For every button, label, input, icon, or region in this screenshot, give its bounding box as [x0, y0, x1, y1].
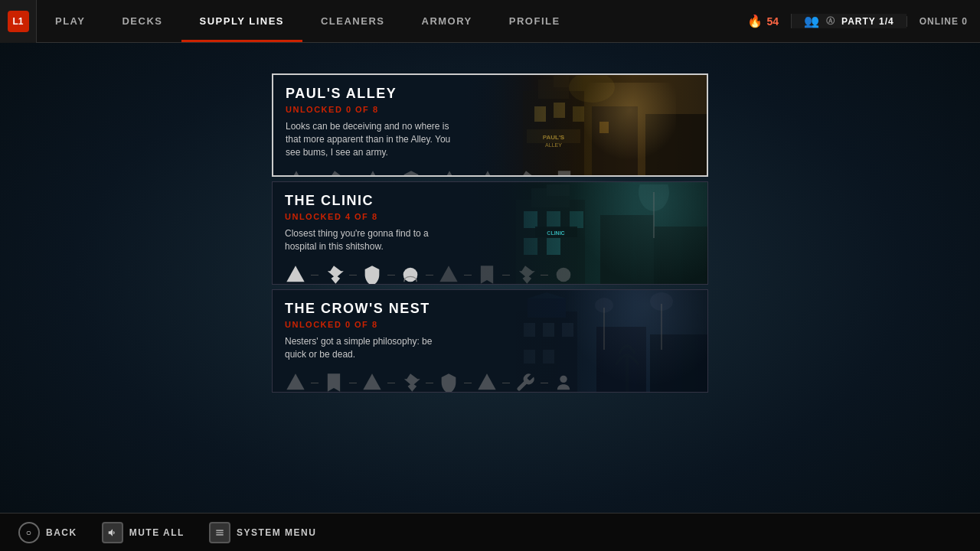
back-label: BACK: [46, 527, 77, 538]
crows-icon-2: [323, 370, 345, 393]
svg-rect-21: [654, 227, 707, 284]
supply-icon-2: [324, 168, 345, 177]
crows-icon-8: [553, 370, 574, 393]
supply-icon-5: [439, 168, 460, 177]
svg-point-33: [408, 269, 413, 275]
nav-items: PLAY DECKS SUPPLY LINES CLEANERS ARMORY …: [37, 0, 735, 42]
supply-icon-1: [286, 168, 307, 177]
logo-icon: L1: [8, 11, 29, 32]
nav-online: ONLINE 0: [906, 16, 980, 27]
supply-icon-3: [362, 168, 384, 177]
svg-rect-4: [645, 114, 707, 175]
svg-marker-16: [479, 171, 496, 177]
svg-point-53: [560, 375, 567, 382]
nav-item-play[interactable]: PLAY: [37, 0, 103, 42]
card-text-pauls: PAUL'S ALLEY UNLOCKED 0 OF 8 Looks can b…: [273, 75, 511, 175]
card-pauls-alley[interactable]: PAUL'S ALLEY PAUL'S ALLEY UNLOCKED 0 OF …: [272, 73, 708, 177]
fire-icon: 🔥: [747, 14, 763, 28]
crows-icon-5: [438, 370, 459, 393]
svg-point-47: [650, 292, 673, 311]
supply-icon-7: [515, 168, 537, 177]
system-menu-button-icon: [209, 522, 230, 543]
svg-marker-52: [478, 373, 495, 390]
card-unlocked-pauls: UNLOCKED 0 OF 8: [286, 105, 499, 114]
clinic-icon-1: [285, 262, 306, 285]
card-icons-clinic: — — — — —: [285, 256, 499, 285]
card-icons-pauls: — — — —: [286, 161, 499, 177]
card-text-clinic: THE CLINIC UNLOCKED 4 OF 8 Closest thing…: [273, 182, 511, 284]
crows-icon-4: [400, 370, 421, 393]
mute-label: MUTE ALL: [129, 527, 185, 538]
svg-marker-51: [363, 373, 381, 390]
crows-icon-3: [361, 370, 383, 393]
svg-point-29: [639, 184, 669, 211]
clinic-icon-7: [514, 262, 536, 285]
nav-item-supply-lines[interactable]: SUPPLY LINES: [181, 0, 302, 42]
card-title-crows: THE CROW'S NEST: [285, 301, 499, 317]
svg-marker-13: [287, 171, 305, 177]
svg-rect-39: [596, 327, 646, 392]
svg-point-35: [557, 267, 571, 282]
nav-item-cleaners[interactable]: CLEANERS: [302, 0, 403, 42]
card-desc-pauls: Looks can be deceiving and no where is t…: [286, 120, 454, 158]
crows-icon-6: [476, 370, 498, 393]
main-content: PAUL'S ALLEY PAUL'S ALLEY UNLOCKED 0 OF …: [0, 43, 980, 393]
card-desc-crows: Nesters' got a simple philosophy: be qui…: [285, 335, 453, 361]
card-desc-clinic: Closest thing you're gonna find to a hos…: [285, 227, 453, 253]
navbar: L1 PLAY DECKS SUPPLY LINES CLEANERS ARMO…: [0, 0, 980, 43]
svg-marker-14: [364, 171, 381, 177]
clinic-icon-5: [438, 262, 459, 285]
nav-item-armory[interactable]: ARMORY: [403, 0, 491, 42]
svg-marker-50: [286, 373, 304, 390]
clinic-icon-4: [400, 262, 421, 285]
footer: ○ BACK MUTE ALL SYSTEM MENU: [0, 513, 980, 551]
card-icons-crows: — — — — —: [285, 364, 499, 393]
back-button-icon: ○: [18, 522, 40, 543]
card-unlocked-crows: UNLOCKED 0 OF 8: [285, 320, 499, 329]
svg-marker-34: [439, 266, 457, 282]
back-button[interactable]: ○ BACK: [18, 522, 77, 543]
nav-currency: 🔥 54: [735, 14, 792, 28]
cards-container: PAUL'S ALLEY PAUL'S ALLEY UNLOCKED 0 OF …: [272, 73, 708, 393]
crows-icon-7: [514, 370, 536, 393]
nav-party: 👥 Ⓐ PARTY 1/4: [791, 14, 906, 28]
svg-marker-15: [440, 171, 458, 177]
svg-marker-31: [286, 266, 304, 282]
card-unlocked-clinic: UNLOCKED 4 OF 8: [285, 212, 499, 221]
mute-button[interactable]: MUTE ALL: [102, 522, 185, 543]
system-menu-button[interactable]: SYSTEM MENU: [209, 522, 317, 543]
supply-icon-4: [400, 168, 422, 177]
system-menu-label: SYSTEM MENU: [237, 527, 317, 538]
clinic-icon-8: [553, 262, 574, 285]
card-title-clinic: THE CLINIC: [285, 193, 499, 209]
nav-right: 🔥 54 👥 Ⓐ PARTY 1/4 ONLINE 0: [735, 14, 981, 28]
nav-logo: L1: [0, 0, 37, 43]
mute-button-icon: [102, 522, 123, 543]
nav-item-decks[interactable]: DECKS: [103, 0, 181, 42]
card-crows-nest[interactable]: THE CROW'S NEST UNLOCKED 0 OF 8 Nesters'…: [272, 289, 708, 393]
controller-icon: Ⓐ: [826, 15, 835, 27]
card-text-crows: THE CROW'S NEST UNLOCKED 0 OF 8 Nesters'…: [273, 290, 511, 392]
svg-rect-40: [650, 334, 707, 392]
clinic-icon-3: [361, 262, 383, 285]
supply-icon-8: [554, 168, 575, 177]
svg-rect-3: [592, 106, 638, 175]
card-the-clinic[interactable]: CLINIC THE CLINIC UNLOCKED 4 OF 8 Closes…: [272, 181, 708, 285]
supply-icon-6: [477, 168, 498, 177]
card-title-pauls: PAUL'S ALLEY: [286, 86, 499, 102]
clinic-icon-2: [323, 262, 345, 285]
crows-icon-1: [285, 370, 306, 393]
svg-rect-20: [600, 215, 654, 284]
nav-item-profile[interactable]: PROFILE: [491, 0, 579, 42]
svg-rect-8: [599, 122, 609, 133]
svg-point-49: [595, 298, 613, 313]
party-icon: 👥: [804, 14, 820, 28]
clinic-icon-6: [476, 262, 498, 285]
